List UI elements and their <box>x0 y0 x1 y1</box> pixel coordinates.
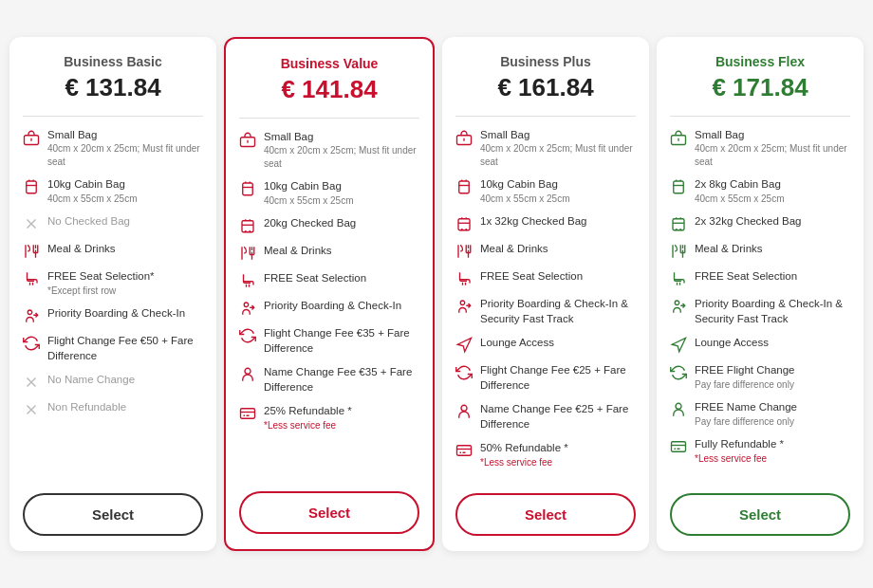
list-item: Non Refundable <box>23 400 203 418</box>
feature-text: Lounge Access <box>695 336 769 351</box>
plan-price-flex: € 171.84 <box>670 73 850 102</box>
list-item: Small Bag40cm x 20cm x 25cm; Must fit un… <box>670 128 850 169</box>
features-list-plus: Small Bag40cm x 20cm x 25cm; Must fit un… <box>455 128 636 479</box>
feature-text: FREE Seat Selection**Except first row <box>47 269 155 297</box>
feature-text: Meal & Drinks <box>47 242 116 257</box>
list-item: Lounge Access <box>670 336 850 354</box>
seat-icon <box>23 270 40 287</box>
bag-small-icon <box>455 129 473 146</box>
list-item: Flight Change Fee €35 + Fare Difference <box>239 326 419 356</box>
list-item: FREE Flight ChangePay fare difference on… <box>670 363 850 391</box>
person-icon <box>239 366 256 383</box>
feature-text: 2x 8kg Cabin Bag40cm x 55cm x 25cm <box>695 177 784 205</box>
plan-price-value: € 141.84 <box>239 75 419 104</box>
svg-rect-24 <box>459 181 470 193</box>
list-item: Flight Change Fee €25 + Fare Difference <box>455 363 636 393</box>
bag-small-icon <box>670 129 687 146</box>
feature-text: Priority Boarding & Check-In <box>47 306 185 322</box>
feature-text: Meal & Drinks <box>695 242 763 257</box>
svg-point-28 <box>461 229 463 230</box>
feature-text: 10kg Cabin Bag40cm x 55cm x 25cm <box>47 177 137 205</box>
list-item: FREE Name ChangePay fare difference only <box>670 400 850 428</box>
select-button-basic[interactable]: Select <box>23 493 203 536</box>
svg-point-17 <box>245 230 247 232</box>
feature-text: Small Bag40cm x 20cm x 25cm; Must fit un… <box>695 128 850 169</box>
feature-text: 25% Refundable **Less service fee <box>264 404 352 432</box>
feature-text: No Checked Bag <box>47 214 130 230</box>
bag-cabin-icon <box>455 178 473 195</box>
feature-text: Flight Change Fee €25 + Fare Difference <box>480 363 636 393</box>
change-icon <box>239 327 256 344</box>
cross-icon <box>23 215 40 232</box>
feature-text: 1x 32kg Checked Bag <box>480 214 587 230</box>
list-item: 10kg Cabin Bag40cm x 55cm x 25cm <box>455 177 636 205</box>
meal-icon <box>670 243 687 260</box>
select-button-flex[interactable]: Select <box>670 493 850 536</box>
change-free-icon <box>670 364 687 381</box>
feature-text: FREE Flight ChangePay fare difference on… <box>695 363 794 391</box>
divider <box>239 118 419 119</box>
feature-text: Non Refundable <box>47 400 126 415</box>
person-icon <box>455 403 473 420</box>
feature-text: FREE Seat Selection <box>480 269 583 285</box>
bag-small-icon <box>23 129 40 146</box>
svg-rect-21 <box>241 409 255 419</box>
feature-subtext: 40cm x 20cm x 25cm; Must fit under seat <box>264 144 419 170</box>
svg-point-30 <box>460 301 465 305</box>
feature-text: 50% Refundable **Less service fee <box>480 441 568 469</box>
plan-card-plus: Business Plus€ 161.84Small Bag40cm x 20c… <box>442 37 649 552</box>
plan-title-basic: Business Basic <box>23 54 203 69</box>
cross-icon <box>23 401 40 418</box>
features-list-flex: Small Bag40cm x 20cm x 25cm; Must fit un… <box>670 128 850 479</box>
list-item: Priority Boarding & Check-In <box>239 299 419 317</box>
list-item: Small Bag40cm x 20cm x 25cm; Must fit un… <box>23 128 203 169</box>
bag-checked-icon <box>239 217 256 234</box>
meal-icon <box>23 243 40 260</box>
bag-small-icon <box>239 131 256 148</box>
plans-container: Business Basic€ 131.84Small Bag40cm x 20… <box>9 37 864 552</box>
feature-text: No Name Change <box>47 373 135 388</box>
seat-icon <box>239 272 256 289</box>
plan-title-value: Business Value <box>239 56 419 71</box>
feature-subtext: 40cm x 20cm x 25cm; Must fit under seat <box>480 142 636 168</box>
feature-text: 20kg Checked Bag <box>264 216 356 231</box>
feature-subtext: Pay fare difference only <box>695 415 797 429</box>
list-item: Meal & Drinks <box>23 242 203 260</box>
feature-text: Small Bag40cm x 20cm x 25cm; Must fit un… <box>264 130 419 171</box>
select-button-value[interactable]: Select <box>239 491 419 534</box>
refund-icon <box>455 442 473 459</box>
list-item: 10kg Cabin Bag40cm x 55cm x 25cm <box>23 177 203 205</box>
list-item: 25% Refundable **Less service fee <box>239 404 419 432</box>
lounge-icon <box>670 337 687 354</box>
plan-title-flex: Business Flex <box>670 54 850 69</box>
feature-text: Flight Change Fee €35 + Fare Difference <box>264 326 419 356</box>
list-item: Lounge Access <box>455 336 636 354</box>
svg-point-29 <box>465 229 467 230</box>
list-item: 20kg Checked Bag <box>239 216 419 234</box>
svg-rect-32 <box>457 446 472 456</box>
features-list-value: Small Bag40cm x 20cm x 25cm; Must fit un… <box>239 130 419 477</box>
bag-checked-icon <box>670 215 687 232</box>
svg-rect-26 <box>458 219 470 230</box>
select-button-plus[interactable]: Select <box>455 493 636 536</box>
feature-subtext: *Less service fee <box>695 452 784 466</box>
list-item: FREE Seat Selection <box>670 269 850 287</box>
plan-card-flex: Business Flex€ 171.84Small Bag40cm x 20c… <box>657 37 864 552</box>
list-item: FREE Seat Selection**Except first row <box>23 269 203 297</box>
seat-icon <box>670 270 687 287</box>
features-list-basic: Small Bag40cm x 20cm x 25cm; Must fit un… <box>23 128 203 479</box>
svg-rect-13 <box>243 183 253 195</box>
feature-text: Small Bag40cm x 20cm x 25cm; Must fit un… <box>480 128 636 169</box>
svg-point-6 <box>28 310 32 315</box>
feature-text: FREE Name ChangePay fare difference only <box>695 400 797 428</box>
feature-subtext: 40cm x 55cm x 25cm <box>47 193 137 206</box>
priority-icon <box>455 298 473 315</box>
feature-text: Meal & Drinks <box>264 244 332 259</box>
bag-cabin-icon <box>670 178 687 195</box>
cross-icon <box>23 374 40 391</box>
feature-subtext: 40cm x 20cm x 25cm; Must fit under seat <box>695 142 850 168</box>
feature-subtext: *Less service fee <box>480 456 568 469</box>
divider <box>23 116 203 117</box>
list-item: Priority Boarding & Check-In & Security … <box>455 297 636 326</box>
svg-rect-2 <box>27 181 37 193</box>
